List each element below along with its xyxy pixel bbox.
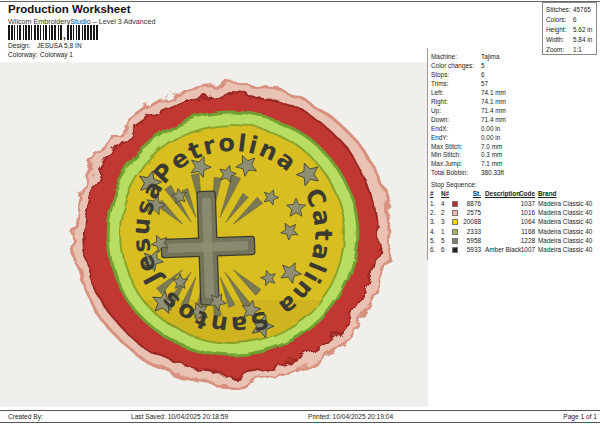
machine-value: 380.33ft: [481, 169, 504, 176]
barcode-segment: [67, 25, 98, 40]
stitch-count: 2333: [458, 228, 481, 235]
colorway-label: Colorway:: [8, 51, 40, 58]
row-number: 5.: [430, 237, 439, 244]
stop-sequence-title: Stop Sequence:: [431, 181, 476, 188]
row-number: 1.: [430, 200, 439, 207]
machine-value: 5: [481, 62, 485, 69]
thread-brand: Madeira Classic 40: [538, 246, 600, 253]
machine-row: Right:74.1 mm: [431, 98, 597, 107]
machine-value: Tajima: [481, 53, 499, 60]
machine-row: EndY:0.00 in: [431, 134, 597, 143]
machine-label: Max Jump:: [431, 160, 481, 169]
machine-label: Total Bobbin:: [431, 169, 481, 178]
machine-value: 7.0 mm: [481, 143, 502, 150]
column-header-description: Description: [485, 190, 520, 197]
thread-code: 1016: [519, 209, 535, 216]
row-number: 3.: [430, 218, 439, 225]
summary-row: Width:5.84 in: [543, 35, 596, 45]
thread-brand: Madeira Classic 40: [538, 218, 600, 225]
row-number: 4.: [430, 228, 439, 235]
machine-value: 6: [481, 71, 485, 78]
thread-code: 1168: [519, 228, 535, 235]
summary-value: 6: [573, 16, 577, 23]
machine-label: Color changes:: [431, 62, 481, 71]
machine-row: Up:71.4 mm: [431, 107, 597, 116]
machine-label: EndY:: [431, 134, 481, 143]
footer-divider: [0, 410, 600, 411]
stitch-count: 20088: [458, 218, 481, 225]
colorway-value: Colorway 1: [40, 51, 73, 58]
thread-code: 1064: [519, 218, 535, 225]
column-header-num: #: [430, 190, 434, 197]
machine-row: Stops:6: [431, 71, 597, 80]
row-number: 6.: [430, 246, 439, 253]
machine-label: EndX:: [431, 125, 481, 134]
needle-number: 4: [441, 200, 449, 207]
machine-value: 74.1 mm: [481, 89, 506, 96]
summary-row: Height:5.62 in: [543, 25, 596, 35]
footer-created-by: Created By:: [8, 413, 43, 420]
thread-brand: Madeira Classic 40: [538, 209, 600, 216]
thread-brand: Madeira Classic 40: [538, 237, 600, 244]
summary-label: Stitches:: [546, 5, 573, 15]
design-barcode: ,: [8, 25, 98, 40]
design-row: Design:JESUSA 5,8 IN: [8, 42, 82, 49]
machine-label: Left:: [431, 89, 481, 98]
colorway-row: Colorway:Colorway 1: [8, 51, 73, 58]
machine-label: Down:: [431, 116, 481, 125]
machine-label: Trims:: [431, 80, 481, 89]
machine-value: 71.4 mm: [481, 107, 506, 114]
footer-page-number: Page 1 of 1: [563, 413, 597, 420]
design-value: JESUSA 5,8 IN: [37, 42, 82, 49]
machine-label: Right:: [431, 98, 481, 107]
machine-label: Min Stitch:: [431, 151, 481, 160]
stitch-count: 8876: [458, 200, 481, 207]
footer-printed: Printed: 10/04/2025 20:19:04: [308, 413, 393, 420]
summary-label: Width:: [546, 35, 573, 45]
design-summary-box: Stitches:45765 Colors:6 Height:5.62 in W…: [542, 2, 597, 55]
thread-brand: Madeira Classic 40: [538, 200, 600, 207]
machine-row: Min Stitch:0.3 mm: [431, 151, 597, 160]
summary-label: Height:: [546, 25, 573, 35]
machine-label: Up:: [431, 107, 481, 116]
machine-label: Stops:: [431, 71, 481, 80]
table-row: 3.3200881064Madeira Classic 40: [0, 218, 600, 227]
machine-value: 74.1 mm: [481, 98, 506, 105]
machine-row: Max Stitch:7.0 mm: [431, 143, 597, 152]
machine-row: Trims:57: [431, 80, 597, 89]
machine-value: 0.3 mm: [481, 151, 502, 158]
column-header-code: Code: [519, 190, 535, 197]
machine-label: Machine:: [431, 53, 481, 62]
table-row: 1.488761037Madeira Classic 40: [0, 200, 600, 209]
row-number: 2.: [430, 209, 439, 216]
page-bottom-rule: [0, 422, 600, 423]
column-header-needle: N#: [441, 190, 449, 197]
machine-value: 57: [481, 80, 488, 87]
summary-row: Stitches:45765: [543, 5, 596, 15]
needle-number: 6: [441, 246, 449, 253]
design-label: Design:: [8, 42, 37, 49]
machine-row: Total Bobbin:380.33ft: [431, 169, 597, 178]
page-title: Production Worksheet: [8, 3, 130, 15]
needle-number: 2: [441, 209, 449, 216]
column-header-stitches: St.: [458, 190, 481, 197]
thread-code: 1007: [519, 246, 535, 253]
machine-value: 0.00 in: [481, 134, 500, 141]
needle-number: 3: [441, 218, 449, 225]
machine-row: Max Jump:7.1 mm: [431, 160, 597, 169]
footer-last-saved: Last Saved: 10/04/2025 20:18:59: [131, 413, 228, 420]
summary-value: 1:1: [573, 46, 582, 53]
thread-code: 1037: [519, 200, 535, 207]
machine-value: 7.1 mm: [481, 160, 502, 167]
table-row: 4.123331168Madeira Classic 40: [0, 228, 600, 237]
table-row: 5.559581228Madeira Classic 40: [0, 237, 600, 246]
page-top-rule: [0, 1, 600, 2]
needle-number: 5: [441, 237, 449, 244]
column-header-brand: Brand: [538, 190, 556, 197]
machine-row: Color changes:5: [431, 62, 597, 71]
table-row: 6.65933Amber Black1007Madeira Classic 40: [0, 246, 600, 255]
barcode-segment: [8, 25, 62, 40]
summary-value: 5.62 in: [573, 26, 592, 33]
summary-value: 5.84 in: [573, 36, 592, 43]
stitch-count: 5958: [458, 237, 481, 244]
